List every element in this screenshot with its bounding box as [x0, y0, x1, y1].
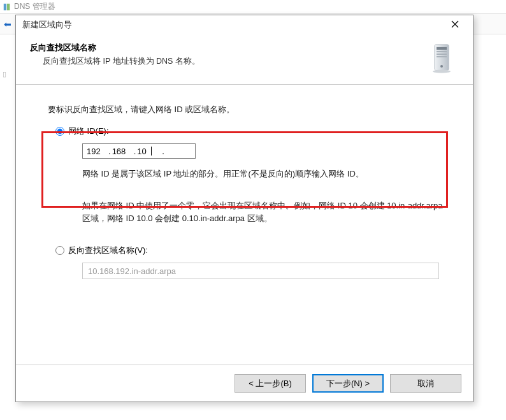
svg-rect-6	[437, 47, 447, 50]
network-id-input[interactable]: . . .	[82, 143, 196, 159]
ip-octet-1[interactable]	[87, 147, 107, 156]
zone-name-radio-row[interactable]: 反向查找区域名称(V):	[55, 245, 445, 256]
tree-fragment-icon: ▯	[3, 70, 6, 78]
network-id-radio[interactable]	[55, 127, 64, 136]
svg-rect-1	[7, 3, 10, 10]
dialog-body: 要标识反向查找区域，请键入网络 ID 或区域名称。 网络 ID(E): . . …	[16, 85, 473, 365]
dialog-header: 反向查找区域名称 反向查找区域将 IP 地址转换为 DNS 名称。	[16, 34, 473, 85]
zone-name-input	[82, 263, 439, 279]
ip-dot: .	[152, 147, 166, 156]
wizard-dialog: 新建区域向导 反向查找区域名称 反向查找区域将 IP 地址转换为 DNS 名称。	[15, 15, 473, 402]
parent-title-text: DNS 管理器	[14, 1, 55, 12]
ip-octet-2[interactable]	[112, 147, 133, 156]
svg-rect-8	[437, 54, 447, 55]
instruction-text: 要标识反向查找区域，请键入网络 ID 或区域名称。	[48, 104, 445, 115]
ip-input-row: . . .	[82, 143, 445, 159]
options-group: 网络 ID(E): . . . 网络 ID 是属于该区域 IP 地址的部分。用正…	[55, 126, 445, 279]
network-id-label: 网络 ID(E):	[68, 126, 109, 137]
ip-dot: .	[133, 147, 138, 156]
zero-help-text: 如果在网络 ID 中使用了一个零，它会出现在区域名称中。例如，网络 ID 10 …	[82, 199, 445, 226]
zone-name-radio[interactable]	[55, 246, 64, 255]
network-id-radio-row[interactable]: 网络 ID(E):	[55, 126, 445, 137]
zone-name-label: 反向查找区域名称(V):	[68, 245, 148, 256]
close-icon	[451, 20, 459, 30]
parent-titlebar: DNS 管理器	[0, 0, 506, 14]
close-button[interactable]	[442, 16, 468, 34]
dialog-titlebar[interactable]: 新建区域向导	[16, 15, 473, 34]
dialog-title-text: 新建区域向导	[22, 19, 72, 31]
header-title: 反向查找区域名称	[30, 42, 200, 54]
svg-rect-9	[437, 56, 447, 57]
dialog-footer: < 上一步(B) 下一步(N) > 取消	[16, 365, 473, 402]
header-subtitle: 反向查找区域将 IP 地址转换为 DNS 名称。	[30, 56, 200, 67]
svg-point-11	[433, 70, 451, 73]
ip-octet-4[interactable]	[166, 147, 186, 156]
ip-octet-3[interactable]	[137, 147, 151, 156]
ip-dot: .	[107, 147, 112, 156]
server-icon	[423, 40, 459, 75]
network-id-help: 网络 ID 是属于该区域 IP 地址的部分。用正常(不是反向的)顺序输入网络 I…	[82, 168, 445, 180]
back-button[interactable]: < 上一步(B)	[235, 374, 306, 393]
cancel-button[interactable]: 取消	[390, 374, 461, 393]
svg-point-10	[440, 65, 443, 68]
dns-app-icon	[3, 3, 11, 11]
next-button[interactable]: 下一步(N) >	[312, 374, 384, 393]
svg-rect-7	[437, 51, 447, 52]
back-arrow-icon[interactable]: ⬅	[4, 19, 11, 29]
svg-rect-0	[4, 3, 6, 10]
